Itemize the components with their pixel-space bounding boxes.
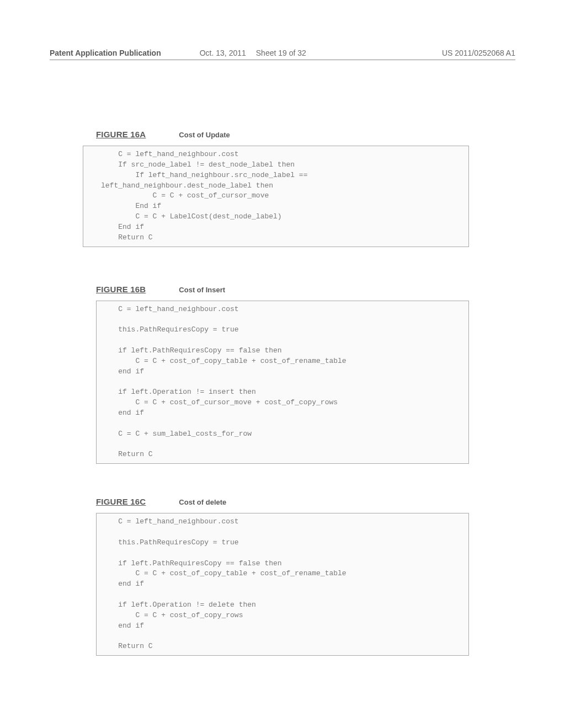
header-rule <box>50 60 515 60</box>
figure-caption: Cost of Update <box>179 131 230 139</box>
figure-label: FIGURE 16C <box>96 497 146 506</box>
code-box-16b: C = left_hand_neighbour.cost this.PathRe… <box>96 301 469 464</box>
page-header: Patent Application Publication Oct. 13, … <box>50 49 515 57</box>
publication-type: Patent Application Publication <box>50 49 161 57</box>
page-content: FIGURE 16A Cost of Update C = left_hand_… <box>96 130 469 656</box>
code-box-16a: C = left_hand_neighbour.cost If src_node… <box>83 146 469 247</box>
figure-caption: Cost of Insert <box>179 286 225 294</box>
publication-date: Oct. 13, 2011 <box>200 49 246 57</box>
figure-label: FIGURE 16B <box>96 285 146 294</box>
figure-caption: Cost of delete <box>179 498 226 506</box>
figure-header: FIGURE 16B Cost of Insert <box>96 285 469 294</box>
figure-header: FIGURE 16C Cost of delete <box>96 497 469 506</box>
publication-number: US 2011/0252068 A1 <box>442 49 515 57</box>
sheet-number: Sheet 19 of 32 <box>256 49 306 57</box>
code-box-16c: C = left_hand_neighbour.cost this.PathRe… <box>96 513 469 656</box>
figure-header: FIGURE 16A Cost of Update <box>96 130 469 139</box>
figure-label: FIGURE 16A <box>96 130 146 139</box>
